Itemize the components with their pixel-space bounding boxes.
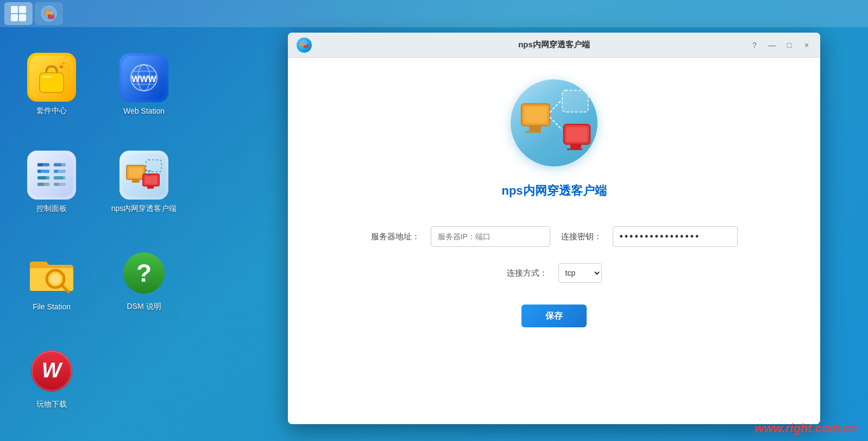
dialog-titlebar: nps内网穿透客户端 ? — □ × (288, 33, 820, 58)
svg-rect-40 (145, 176, 157, 184)
dialog-body: nps内网穿透客户端 服务器地址： 连接密钥： 连接方式： tcp udp 保存 (288, 58, 820, 424)
wangyi-download-label: 玩物下载 (36, 400, 67, 409)
desktop: ✦ ✦ ✦ 套件中心 (0, 27, 282, 441)
svg-point-48 (50, 274, 61, 284)
svg-rect-24 (37, 176, 46, 179)
app-title-suffix: 内网穿透客户端 (523, 184, 607, 197)
svg-rect-37 (129, 167, 143, 177)
desktop-icon-wangyi-download[interactable]: W 玩物下载 (11, 337, 92, 419)
server-label: 服务器地址： (371, 232, 420, 242)
svg-text:WWW: WWW (131, 74, 156, 84)
package-center-label: 套件中心 (36, 106, 67, 116)
svg-rect-26 (37, 183, 44, 186)
svg-text:✦: ✦ (64, 67, 67, 72)
dialog-window-controls: ? — □ × (750, 40, 812, 50)
dialog-form: 服务器地址： 连接密钥： 连接方式： tcp udp 保存 (320, 226, 788, 327)
method-row: 连接方式： tcp udp (507, 263, 602, 283)
server-row: 服务器地址： 连接密钥： (371, 226, 738, 247)
svg-rect-60 (524, 107, 547, 123)
file-station-label: File Station (33, 302, 71, 311)
nps-taskbar-icon (41, 5, 57, 22)
dialog-help-button[interactable]: ? (750, 40, 759, 50)
svg-rect-2 (48, 15, 54, 18)
svg-rect-63 (562, 90, 588, 112)
dialog-maximize-button[interactable]: □ (784, 40, 794, 50)
svg-text:W: W (42, 359, 63, 382)
control-panel-label: 控制面板 (36, 204, 67, 214)
dialog-close-button[interactable]: × (802, 40, 812, 50)
svg-rect-66 (570, 144, 581, 148)
web-station-label: Web Station (123, 107, 165, 115)
key-label: 连接密钥： (561, 232, 602, 242)
svg-text:?: ? (136, 259, 152, 287)
dialog-title-text: nps内网穿透客户端 (518, 40, 590, 50)
method-label: 连接方式： (507, 268, 548, 278)
svg-rect-32 (54, 176, 64, 179)
desktop-icon-nps-client[interactable]: nps内网穿透客户端 (103, 141, 185, 223)
svg-text:✦: ✦ (61, 60, 66, 66)
svg-rect-67 (567, 148, 582, 150)
svg-rect-34 (54, 183, 59, 186)
key-input[interactable] (613, 226, 738, 247)
web-station-icon: WWW (119, 53, 168, 102)
svg-rect-22 (37, 170, 41, 173)
taskbar-apps-button[interactable] (4, 2, 33, 25)
apps-grid-icon (11, 6, 26, 21)
desktop-icon-file-station[interactable]: File Station (11, 239, 92, 321)
desktop-icon-dsm-help[interactable]: ? DSM 说明 (103, 239, 185, 321)
desktop-icon-control-panel[interactable]: 控制面板 (11, 141, 92, 223)
dsm-help-label: DSM 说明 (127, 302, 161, 312)
svg-rect-61 (529, 126, 541, 131)
svg-rect-30 (54, 170, 58, 173)
svg-rect-55 (300, 43, 304, 46)
svg-rect-41 (147, 186, 154, 189)
nps-client-icon (119, 151, 168, 200)
dialog-minimize-button[interactable]: — (767, 40, 777, 50)
method-select[interactable]: tcp udp (558, 263, 602, 283)
watermark: www.right.com.cn (754, 421, 857, 436)
svg-rect-38 (132, 179, 140, 183)
svg-line-69 (550, 117, 562, 130)
wangyi-download-icon: W (27, 346, 76, 395)
app-title-nps: nps (501, 184, 523, 197)
svg-rect-28 (54, 163, 61, 166)
package-center-icon: ✦ ✦ ✦ (27, 53, 76, 102)
svg-rect-1 (45, 10, 51, 15)
svg-rect-20 (37, 163, 43, 166)
svg-rect-10 (43, 76, 52, 78)
dialog-app-icon (297, 38, 312, 53)
svg-rect-6 (40, 73, 64, 92)
desktop-icon-web-station[interactable]: WWW Web Station (103, 44, 185, 125)
nps-client-label: nps内网穿透客户端 (111, 204, 177, 214)
nps-network-illustration (516, 88, 592, 158)
file-station-icon (27, 249, 76, 298)
svg-rect-62 (525, 131, 541, 133)
desktop-icon-package-center[interactable]: ✦ ✦ ✦ 套件中心 (11, 44, 92, 125)
taskbar-nps-button[interactable] (35, 2, 63, 25)
app-title: nps内网穿透客户端 (501, 183, 606, 199)
control-panel-icon (27, 151, 76, 200)
taskbar (0, 0, 868, 27)
save-button[interactable]: 保存 (521, 305, 587, 327)
svg-line-68 (550, 100, 562, 113)
svg-rect-18 (30, 153, 73, 197)
app-illustration-circle (511, 79, 597, 166)
dsm-help-icon: ? (119, 249, 168, 297)
svg-rect-65 (567, 127, 587, 141)
server-input[interactable] (431, 226, 550, 247)
nps-dialog-window: nps内网穿透客户端 ? — □ × (288, 33, 820, 424)
